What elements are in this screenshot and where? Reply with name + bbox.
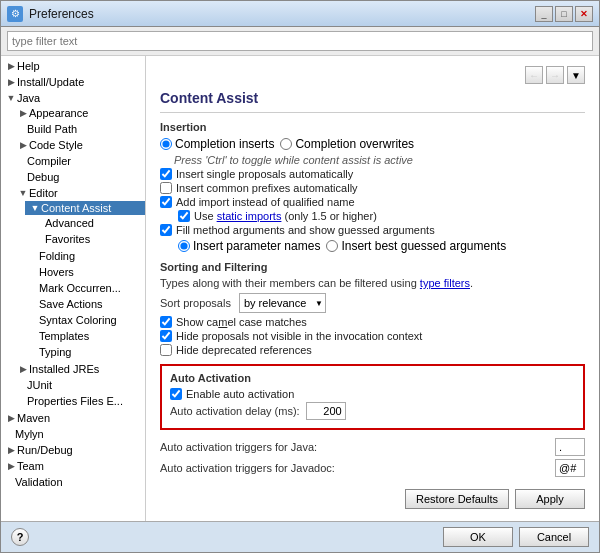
expand-icon: ▶ — [17, 363, 29, 375]
fill-method-row: Fill method arguments and show guessed a… — [160, 224, 585, 236]
window-title: Preferences — [29, 7, 535, 21]
insertion-hint: Press 'Ctrl' to toggle while content ass… — [174, 154, 585, 166]
activation-delay-label: Auto activation delay (ms): — [170, 405, 300, 417]
sidebar-item-help[interactable]: ▶ Help — [1, 58, 145, 74]
restore-defaults-button[interactable]: Restore Defaults — [405, 489, 509, 509]
insertion-section-label: Insertion — [160, 121, 585, 133]
editor-children: ▼ Content Assist Advanced — [13, 200, 145, 360]
triggers-javadoc-input[interactable] — [555, 459, 585, 477]
sidebar-item-properties-files[interactable]: Properties Files E... — [13, 393, 145, 409]
sidebar-label: Mylyn — [15, 428, 44, 440]
completion-overwrites-radio[interactable] — [280, 138, 292, 150]
add-import-row: Add import instead of qualified name — [160, 196, 585, 208]
sidebar-item-java[interactable]: ▼ Java ▶ Appearance Build Path — [1, 90, 145, 410]
close-button[interactable]: ✕ — [575, 6, 593, 22]
preferences-window: ⚙ Preferences _ □ ✕ ▶ Help ▶ In — [0, 0, 600, 553]
forward-button[interactable]: → — [546, 66, 564, 84]
triggers-javadoc-row: Auto activation triggers for Javadoc: — [160, 459, 585, 477]
ok-button[interactable]: OK — [443, 527, 513, 547]
sorting-description: Types along with their members can be fi… — [160, 277, 585, 289]
window-icon: ⚙ — [7, 6, 23, 22]
sidebar-item-code-style[interactable]: ▶ Code Style — [13, 137, 145, 153]
sidebar-item-validation[interactable]: Validation — [1, 474, 145, 490]
sidebar-item-install-update[interactable]: ▶ Install/Update — [1, 74, 145, 90]
sidebar-item-run-debug[interactable]: ▶ Run/Debug — [1, 442, 145, 458]
hide-invisible-checkbox[interactable] — [160, 330, 172, 342]
sidebar-item-templates[interactable]: Templates — [25, 328, 145, 344]
footer-buttons: OK Cancel — [443, 527, 589, 547]
cancel-button[interactable]: Cancel — [519, 527, 589, 547]
sidebar-label: Syntax Coloring — [39, 314, 117, 326]
enable-auto-activation-checkbox[interactable] — [170, 388, 182, 400]
help-button[interactable]: ? — [11, 528, 29, 546]
single-proposals-checkbox[interactable] — [160, 168, 172, 180]
insert-param-names-radio[interactable] — [178, 240, 190, 252]
static-imports-link[interactable]: static imports — [217, 210, 282, 222]
camel-case-checkbox[interactable] — [160, 316, 172, 328]
insert-best-guessed-radio[interactable] — [326, 240, 338, 252]
triggers-java-label: Auto activation triggers for Java: — [160, 441, 555, 453]
completion-overwrites-option[interactable]: Completion overwrites — [280, 137, 414, 151]
enable-auto-activation-row: Enable auto activation — [170, 388, 575, 400]
sidebar-label: Maven — [17, 412, 50, 424]
type-filters-link[interactable]: type filters — [420, 277, 470, 289]
completion-inserts-label: Completion inserts — [175, 137, 274, 151]
filter-input[interactable] — [7, 31, 593, 51]
sidebar-item-favorites[interactable]: Favorites — [37, 231, 145, 247]
sidebar-item-installed-jres[interactable]: ▶ Installed JREs — [13, 361, 145, 377]
main-content: ▶ Help ▶ Install/Update ▼ Java — [1, 56, 599, 521]
static-imports-checkbox[interactable] — [178, 210, 190, 222]
sidebar-label: Advanced — [45, 217, 94, 229]
sidebar-item-folding[interactable]: Folding — [25, 248, 145, 264]
camel-case-row: Show camel case matches — [160, 316, 585, 328]
activation-delay-row: Auto activation delay (ms): — [170, 402, 575, 420]
sidebar-item-save-actions[interactable]: Save Actions — [25, 296, 145, 312]
maximize-button[interactable]: □ — [555, 6, 573, 22]
menu-button[interactable]: ▼ — [567, 66, 585, 84]
insert-param-names-option[interactable]: Insert parameter names — [178, 239, 320, 253]
sort-select[interactable]: by relevance alphabetically — [239, 293, 326, 313]
sidebar-item-mylyn[interactable]: Mylyn — [1, 426, 145, 442]
sidebar-item-hovers[interactable]: Hovers — [25, 264, 145, 280]
expand-icon: ▶ — [5, 412, 17, 424]
completion-inserts-option[interactable]: Completion inserts — [160, 137, 274, 151]
sidebar-item-editor[interactable]: ▼ Editor ▼ Content Assist — [13, 185, 145, 361]
sidebar-item-advanced[interactable]: Advanced — [37, 215, 145, 231]
triggers-java-input[interactable] — [555, 438, 585, 456]
sidebar: ▶ Help ▶ Install/Update ▼ Java — [1, 56, 146, 521]
sidebar-label: Content Assist — [41, 202, 111, 214]
sort-proposals-label: Sort proposals — [160, 297, 231, 309]
hide-invisible-row: Hide proposals not visible in the invoca… — [160, 330, 585, 342]
sidebar-label: Typing — [39, 346, 71, 358]
expand-icon: ▼ — [29, 202, 41, 214]
sidebar-item-maven[interactable]: ▶ Maven — [1, 410, 145, 426]
sidebar-label: JUnit — [27, 379, 52, 391]
sidebar-item-appearance[interactable]: ▶ Appearance — [13, 105, 145, 121]
completion-inserts-radio[interactable] — [160, 138, 172, 150]
sidebar-label: Favorites — [45, 233, 90, 245]
expand-icon: ▼ — [5, 92, 17, 104]
sidebar-item-team[interactable]: ▶ Team — [1, 458, 145, 474]
sidebar-item-syntax-coloring[interactable]: Syntax Coloring — [25, 312, 145, 328]
camel-case-label: Show camel case matches — [176, 316, 307, 328]
sidebar-item-typing[interactable]: Typing — [25, 344, 145, 360]
sidebar-item-compiler[interactable]: Compiler — [13, 153, 145, 169]
apply-button[interactable]: Apply — [515, 489, 585, 509]
common-prefixes-checkbox[interactable] — [160, 182, 172, 194]
add-import-checkbox[interactable] — [160, 196, 172, 208]
fill-method-checkbox[interactable] — [160, 224, 172, 236]
sidebar-item-build-path[interactable]: Build Path — [13, 121, 145, 137]
insert-best-guessed-option[interactable]: Insert best guessed arguments — [326, 239, 506, 253]
sidebar-item-mark-occurrences[interactable]: Mark Occurren... — [25, 280, 145, 296]
activation-delay-input[interactable] — [306, 402, 346, 420]
sidebar-item-junit[interactable]: JUnit — [13, 377, 145, 393]
hide-deprecated-checkbox[interactable] — [160, 344, 172, 356]
sidebar-label: Team — [17, 460, 44, 472]
sidebar-label: Run/Debug — [17, 444, 73, 456]
back-button[interactable]: ← — [525, 66, 543, 84]
title-bar: ⚙ Preferences _ □ ✕ — [1, 1, 599, 27]
minimize-button[interactable]: _ — [535, 6, 553, 22]
sidebar-item-content-assist[interactable]: ▼ Content Assist Advanced — [25, 200, 145, 248]
expand-icon: ▶ — [5, 76, 17, 88]
sidebar-item-debug[interactable]: Debug — [13, 169, 145, 185]
